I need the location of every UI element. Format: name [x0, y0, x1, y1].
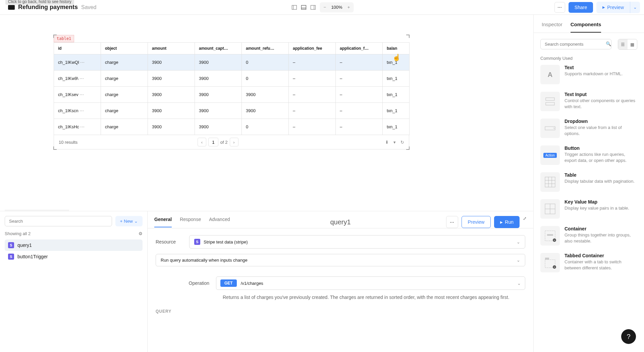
svg-rect-18 [547, 234, 553, 236]
zoom-value: 100% [329, 5, 344, 10]
query-run-button[interactable]: ▶Run [494, 216, 520, 228]
resize-handle-tl[interactable] [53, 35, 57, 38]
chevron-down-icon: ⌄ [134, 219, 138, 224]
svg-rect-0 [292, 5, 297, 9]
chevron-down-icon: ⌄ [633, 5, 637, 10]
table-row[interactable]: ch_1IKsHc ⋯charge390039000––txn_1 [54, 119, 410, 135]
stripe-icon: S [194, 239, 200, 245]
tab-components[interactable]: Components [571, 21, 601, 33]
operation-description: Returns a list of charges you've previou… [223, 294, 525, 301]
component-item[interactable]: +Tabbed ContainerContainer with a tab to… [540, 253, 637, 272]
cursor-icon: ☝ [392, 53, 401, 61]
new-query-button[interactable]: + New ⌄ [115, 216, 143, 226]
tab-general[interactable]: General [154, 217, 172, 227]
svg-text:+: + [554, 266, 555, 269]
component-item[interactable]: Text InputControl other components or qu… [540, 92, 637, 111]
component-thumb-icon [540, 92, 560, 111]
table-row[interactable]: ch_1IKw9\ ⋯charge390039000––txn_1 [54, 71, 410, 87]
help-button[interactable]: ? [621, 329, 636, 344]
tab-inspector[interactable]: Inspector [542, 21, 562, 33]
col-application-f[interactable]: application_f… [336, 43, 383, 54]
grid-view-button[interactable]: ▦ [628, 39, 637, 49]
query-more-button[interactable]: ⋯ [446, 216, 458, 228]
col-id[interactable]: id [54, 43, 101, 54]
method-badge: GET [220, 279, 237, 287]
back-tooltip: Click to go back, hold to see history [5, 0, 74, 5]
component-thumb-icon: + [540, 253, 560, 272]
preview-dropdown-button[interactable]: ⌄ [630, 2, 640, 13]
query-list-item[interactable]: Sbutton1Trigger [5, 251, 143, 262]
component-item[interactable]: TableDisplay tabular data with paginatio… [540, 172, 637, 192]
chevron-down-icon: ⌄ [517, 239, 520, 245]
component-search-input[interactable] [540, 39, 611, 49]
stripe-icon: S [8, 254, 14, 260]
operation-select[interactable]: GET /v1/charges ⌄ [216, 276, 525, 290]
filter-settings-icon[interactable]: ⚙ [139, 231, 143, 236]
resize-handle-br[interactable] [406, 146, 410, 150]
showing-label: Showing all 2 [5, 231, 31, 236]
page-title: Refunding payments [18, 4, 78, 11]
component-item[interactable]: ATextSupports markdown or HTML. [540, 65, 637, 84]
section-commonly-used: Commonly Used [540, 56, 637, 61]
resource-label: Resource [156, 239, 189, 245]
resize-handle-tr[interactable] [406, 35, 410, 38]
resource-select[interactable]: S Stripe test data (stripe) ⌄ [189, 235, 525, 249]
svg-rect-7 [546, 102, 554, 105]
component-item[interactable]: DropdownSelect one value from a list of … [540, 119, 637, 138]
list-view-button[interactable]: ☰ [618, 39, 628, 49]
col-object[interactable]: object [101, 43, 148, 54]
col-application-fee[interactable]: application_fee [289, 43, 336, 54]
query-title[interactable]: query1 [330, 218, 351, 226]
run-mode-select[interactable]: Run query automatically when inputs chan… [156, 254, 525, 266]
page-input[interactable] [208, 138, 218, 146]
col-amount[interactable]: amount [148, 43, 195, 54]
component-item[interactable]: +ContainerGroup things together into gro… [540, 226, 637, 246]
col-balance[interactable]: balan [383, 43, 410, 54]
expand-icon[interactable]: ⤢ [523, 216, 527, 228]
resize-handle-bl[interactable] [53, 146, 57, 150]
filter-icon[interactable]: ▾ [393, 140, 396, 145]
query-preview-button[interactable]: Preview [462, 216, 491, 228]
table-row[interactable]: ch_1IKsev ⋯charge390039003900––txn_1 [54, 87, 410, 103]
table-component[interactable]: table1 id object amount amount_capt… amo… [54, 35, 409, 149]
tab-advanced[interactable]: Advanced [209, 217, 230, 227]
results-count: 10 results [59, 140, 77, 145]
next-page-button[interactable]: › [230, 138, 238, 146]
col-amount-refunded[interactable]: amount_refu… [242, 43, 289, 54]
download-icon[interactable]: ⬇ [385, 140, 389, 145]
status-toast: All queries completed. [5, 210, 69, 211]
page-of-label: of 2 [220, 140, 228, 145]
stripe-icon: S [8, 242, 14, 248]
component-item[interactable]: ActionButtonTrigger actions like run que… [540, 145, 637, 165]
preview-button[interactable]: ▶Preview [596, 2, 630, 13]
layout-right-panel-icon[interactable] [309, 3, 317, 11]
zoom-in-button[interactable]: + [344, 3, 353, 12]
component-tag[interactable]: table1 [54, 35, 74, 42]
component-item[interactable]: Key Value MapDisplay key value pairs in … [540, 199, 637, 219]
chevron-down-icon: ⌄ [517, 281, 521, 286]
layout-left-panel-icon[interactable] [290, 3, 298, 11]
svg-rect-2 [301, 5, 306, 9]
col-amount-captured[interactable]: amount_capt… [195, 43, 242, 54]
layout-bottom-panel-icon[interactable] [300, 3, 308, 11]
search-icon: 🔍 [606, 41, 611, 46]
component-thumb-icon [540, 199, 560, 219]
prev-page-button[interactable]: ‹ [198, 138, 206, 146]
more-menu-button[interactable]: ⋯ [554, 2, 565, 13]
table-row[interactable]: ch_1IKscn ⋯charge390039003900––txn_1 [54, 103, 410, 119]
page-icon [8, 5, 15, 10]
svg-rect-22 [545, 258, 549, 260]
svg-rect-9 [545, 177, 555, 187]
query-section-heading: QUERY [156, 309, 525, 314]
table-header-row: id object amount amount_capt… amount_ref… [54, 43, 410, 54]
share-button[interactable]: Share [569, 2, 593, 13]
zoom-out-button[interactable]: − [320, 3, 329, 12]
query-list-item[interactable]: Squery1 [5, 239, 143, 251]
refresh-icon[interactable]: ↻ [400, 140, 404, 145]
tab-response[interactable]: Response [180, 217, 201, 227]
query-search-input[interactable] [5, 216, 112, 226]
svg-text:+: + [554, 239, 555, 242]
component-thumb-icon [540, 172, 560, 192]
component-thumb-icon: A [540, 65, 560, 84]
table-row[interactable]: ch_1IKwQl ⋯charge390039000––txn_1 [54, 54, 410, 71]
